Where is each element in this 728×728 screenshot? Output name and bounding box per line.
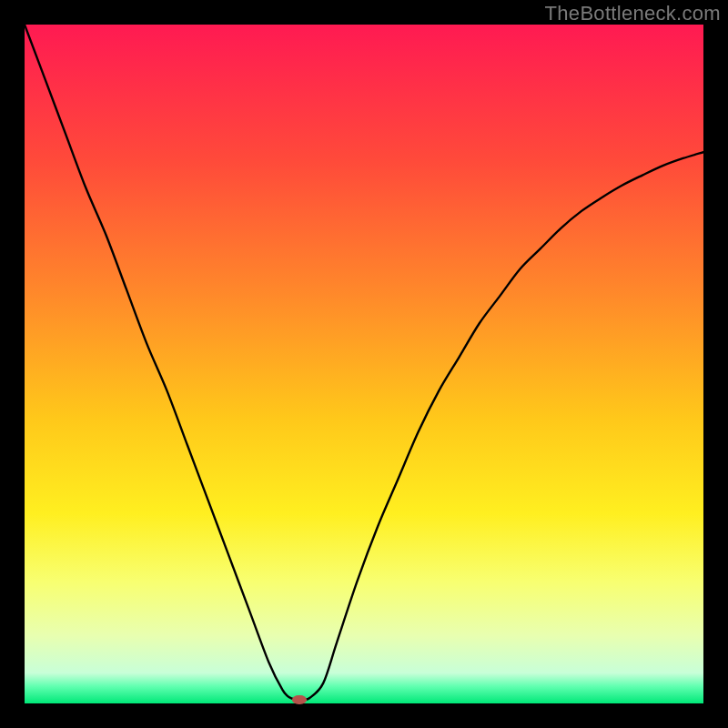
watermark-text: TheBottleneck.com (545, 2, 721, 25)
plot-area (25, 25, 703, 703)
chart-container: TheBottleneck.com (0, 0, 728, 728)
bottleneck-curve (25, 25, 703, 703)
